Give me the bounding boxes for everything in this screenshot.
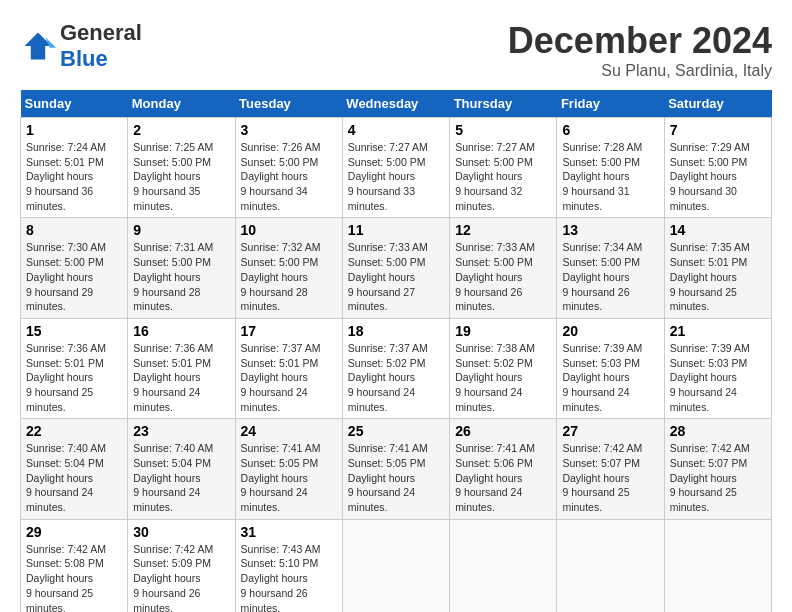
calendar-cell: 24 Sunrise: 7:41 AM Sunset: 5:05 PM Dayl… (235, 419, 342, 519)
day-info: Sunrise: 7:42 AM Sunset: 5:07 PM Dayligh… (562, 441, 658, 514)
calendar-table: Sunday Monday Tuesday Wednesday Thursday… (20, 90, 772, 612)
calendar-cell: 25 Sunrise: 7:41 AM Sunset: 5:05 PM Dayl… (342, 419, 449, 519)
calendar-cell: 20 Sunrise: 7:39 AM Sunset: 5:03 PM Dayl… (557, 318, 664, 418)
day-info: Sunrise: 7:35 AM Sunset: 5:01 PM Dayligh… (670, 240, 766, 313)
day-info: Sunrise: 7:37 AM Sunset: 5:01 PM Dayligh… (241, 341, 337, 414)
day-number: 30 (133, 524, 229, 540)
day-info: Sunrise: 7:41 AM Sunset: 5:05 PM Dayligh… (348, 441, 444, 514)
calendar-cell: 22 Sunrise: 7:40 AM Sunset: 5:04 PM Dayl… (21, 419, 128, 519)
day-info: Sunrise: 7:41 AM Sunset: 5:05 PM Dayligh… (241, 441, 337, 514)
day-number: 1 (26, 122, 122, 138)
calendar-week-row: 8 Sunrise: 7:30 AM Sunset: 5:00 PM Dayli… (21, 218, 772, 318)
logo-icon (20, 28, 56, 64)
calendar-cell: 16 Sunrise: 7:36 AM Sunset: 5:01 PM Dayl… (128, 318, 235, 418)
day-info: Sunrise: 7:33 AM Sunset: 5:00 PM Dayligh… (455, 240, 551, 313)
header-friday: Friday (557, 90, 664, 118)
day-info: Sunrise: 7:39 AM Sunset: 5:03 PM Dayligh… (670, 341, 766, 414)
header-saturday: Saturday (664, 90, 771, 118)
calendar-week-row: 22 Sunrise: 7:40 AM Sunset: 5:04 PM Dayl… (21, 419, 772, 519)
calendar-cell: 9 Sunrise: 7:31 AM Sunset: 5:00 PM Dayli… (128, 218, 235, 318)
day-info: Sunrise: 7:32 AM Sunset: 5:00 PM Dayligh… (241, 240, 337, 313)
day-number: 28 (670, 423, 766, 439)
calendar-cell: 10 Sunrise: 7:32 AM Sunset: 5:00 PM Dayl… (235, 218, 342, 318)
day-number: 17 (241, 323, 337, 339)
svg-marker-0 (25, 33, 52, 60)
calendar-cell: 1 Sunrise: 7:24 AM Sunset: 5:01 PM Dayli… (21, 118, 128, 218)
logo-general-text: General (60, 20, 142, 45)
header-monday: Monday (128, 90, 235, 118)
day-number: 24 (241, 423, 337, 439)
location-text: Su Planu, Sardinia, Italy (508, 62, 772, 80)
header-tuesday: Tuesday (235, 90, 342, 118)
calendar-week-row: 1 Sunrise: 7:24 AM Sunset: 5:01 PM Dayli… (21, 118, 772, 218)
header-sunday: Sunday (21, 90, 128, 118)
day-info: Sunrise: 7:41 AM Sunset: 5:06 PM Dayligh… (455, 441, 551, 514)
calendar-cell: 30 Sunrise: 7:42 AM Sunset: 5:09 PM Dayl… (128, 519, 235, 612)
day-number: 16 (133, 323, 229, 339)
calendar-cell: 2 Sunrise: 7:25 AM Sunset: 5:00 PM Dayli… (128, 118, 235, 218)
day-number: 9 (133, 222, 229, 238)
calendar-cell (664, 519, 771, 612)
calendar-cell: 5 Sunrise: 7:27 AM Sunset: 5:00 PM Dayli… (450, 118, 557, 218)
day-info: Sunrise: 7:42 AM Sunset: 5:08 PM Dayligh… (26, 542, 122, 612)
day-number: 12 (455, 222, 551, 238)
calendar-cell: 7 Sunrise: 7:29 AM Sunset: 5:00 PM Dayli… (664, 118, 771, 218)
calendar-cell: 23 Sunrise: 7:40 AM Sunset: 5:04 PM Dayl… (128, 419, 235, 519)
title-area: December 2024 Su Planu, Sardinia, Italy (508, 20, 772, 80)
calendar-cell: 3 Sunrise: 7:26 AM Sunset: 5:00 PM Dayli… (235, 118, 342, 218)
calendar-cell: 12 Sunrise: 7:33 AM Sunset: 5:00 PM Dayl… (450, 218, 557, 318)
day-number: 27 (562, 423, 658, 439)
day-number: 21 (670, 323, 766, 339)
calendar-cell (557, 519, 664, 612)
day-info: Sunrise: 7:31 AM Sunset: 5:00 PM Dayligh… (133, 240, 229, 313)
calendar-cell (450, 519, 557, 612)
calendar-cell: 15 Sunrise: 7:36 AM Sunset: 5:01 PM Dayl… (21, 318, 128, 418)
day-number: 11 (348, 222, 444, 238)
day-info: Sunrise: 7:34 AM Sunset: 5:00 PM Dayligh… (562, 240, 658, 313)
day-number: 18 (348, 323, 444, 339)
day-number: 2 (133, 122, 229, 138)
day-number: 31 (241, 524, 337, 540)
calendar-cell: 18 Sunrise: 7:37 AM Sunset: 5:02 PM Dayl… (342, 318, 449, 418)
calendar-cell: 4 Sunrise: 7:27 AM Sunset: 5:00 PM Dayli… (342, 118, 449, 218)
day-number: 7 (670, 122, 766, 138)
calendar-cell: 29 Sunrise: 7:42 AM Sunset: 5:08 PM Dayl… (21, 519, 128, 612)
calendar-cell: 14 Sunrise: 7:35 AM Sunset: 5:01 PM Dayl… (664, 218, 771, 318)
day-info: Sunrise: 7:38 AM Sunset: 5:02 PM Dayligh… (455, 341, 551, 414)
day-info: Sunrise: 7:36 AM Sunset: 5:01 PM Dayligh… (133, 341, 229, 414)
calendar-cell: 8 Sunrise: 7:30 AM Sunset: 5:00 PM Dayli… (21, 218, 128, 318)
day-info: Sunrise: 7:26 AM Sunset: 5:00 PM Dayligh… (241, 140, 337, 213)
calendar-cell: 28 Sunrise: 7:42 AM Sunset: 5:07 PM Dayl… (664, 419, 771, 519)
logo-blue-text: Blue (60, 46, 108, 71)
day-info: Sunrise: 7:37 AM Sunset: 5:02 PM Dayligh… (348, 341, 444, 414)
day-info: Sunrise: 7:43 AM Sunset: 5:10 PM Dayligh… (241, 542, 337, 612)
day-number: 26 (455, 423, 551, 439)
calendar-cell: 31 Sunrise: 7:43 AM Sunset: 5:10 PM Dayl… (235, 519, 342, 612)
day-info: Sunrise: 7:25 AM Sunset: 5:00 PM Dayligh… (133, 140, 229, 213)
day-number: 23 (133, 423, 229, 439)
day-number: 14 (670, 222, 766, 238)
day-number: 8 (26, 222, 122, 238)
day-info: Sunrise: 7:39 AM Sunset: 5:03 PM Dayligh… (562, 341, 658, 414)
day-number: 3 (241, 122, 337, 138)
day-info: Sunrise: 7:40 AM Sunset: 5:04 PM Dayligh… (133, 441, 229, 514)
day-info: Sunrise: 7:36 AM Sunset: 5:01 PM Dayligh… (26, 341, 122, 414)
calendar-cell: 19 Sunrise: 7:38 AM Sunset: 5:02 PM Dayl… (450, 318, 557, 418)
day-number: 29 (26, 524, 122, 540)
calendar-week-row: 15 Sunrise: 7:36 AM Sunset: 5:01 PM Dayl… (21, 318, 772, 418)
day-number: 19 (455, 323, 551, 339)
calendar-week-row: 29 Sunrise: 7:42 AM Sunset: 5:08 PM Dayl… (21, 519, 772, 612)
day-info: Sunrise: 7:42 AM Sunset: 5:09 PM Dayligh… (133, 542, 229, 612)
day-number: 6 (562, 122, 658, 138)
header-wednesday: Wednesday (342, 90, 449, 118)
page-header: General Blue December 2024 Su Planu, Sar… (20, 20, 772, 80)
calendar-cell: 26 Sunrise: 7:41 AM Sunset: 5:06 PM Dayl… (450, 419, 557, 519)
day-number: 5 (455, 122, 551, 138)
day-info: Sunrise: 7:29 AM Sunset: 5:00 PM Dayligh… (670, 140, 766, 213)
day-number: 4 (348, 122, 444, 138)
calendar-cell: 13 Sunrise: 7:34 AM Sunset: 5:00 PM Dayl… (557, 218, 664, 318)
day-info: Sunrise: 7:24 AM Sunset: 5:01 PM Dayligh… (26, 140, 122, 213)
day-info: Sunrise: 7:28 AM Sunset: 5:00 PM Dayligh… (562, 140, 658, 213)
logo: General Blue (20, 20, 142, 72)
day-number: 20 (562, 323, 658, 339)
